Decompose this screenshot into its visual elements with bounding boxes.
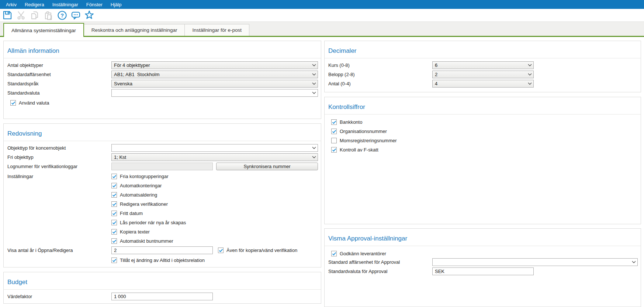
chevron-down-icon: [312, 92, 316, 94]
tillat-ej-andring-checkbox[interactable]: [111, 257, 117, 263]
select-value: 1; Kst: [114, 154, 310, 160]
checkmark-icon: [112, 221, 117, 225]
tab-installningar-for-epost[interactable]: Inställningar för e-post: [184, 24, 249, 36]
select-value: Svenska: [114, 81, 310, 86]
field-label: Antal objekttyper: [7, 62, 111, 68]
anvand-valuta-checkbox[interactable]: [10, 100, 16, 106]
section-title-visma-approval: Visma Approval-inställningar: [325, 229, 641, 246]
field-row: Antal (0-4) 4: [328, 80, 638, 88]
field-row: Belopp (2-8) 2: [328, 71, 638, 78]
automatkonteringar-checkbox[interactable]: [111, 183, 117, 188]
kopiera-texter-checkbox[interactable]: [111, 229, 117, 235]
kontroll-av-f-skatt-checkbox[interactable]: [331, 147, 337, 153]
checkbox-label: Även för kopiera/vänd verifikation: [226, 248, 297, 253]
favorite-button[interactable]: [84, 10, 94, 20]
field-row: Fri objekttyp 1; Kst: [7, 153, 318, 161]
field-label: Antal (0-4): [328, 81, 432, 86]
menu-item-installningar[interactable]: Inställningar: [48, 0, 82, 9]
objekttyp-koncernobjekt-select[interactable]: [111, 144, 318, 152]
save-icon: [3, 10, 12, 20]
field-row: Standardvaluta för Approval: [328, 267, 638, 275]
field-label: Objekttyp för koncernobjekt: [7, 145, 111, 151]
section-title-allman-information: Allmän information: [4, 41, 321, 58]
checkbox-row: Använd valuta: [7, 98, 318, 108]
field-label: Belopp (2-8): [328, 72, 432, 77]
checkbox-row: Bankkonto: [328, 117, 638, 127]
standardvaluta-select[interactable]: [111, 89, 318, 97]
kurs-decimaler-select[interactable]: 6: [432, 61, 534, 69]
fritt-datum-checkbox[interactable]: [111, 211, 117, 216]
chevron-down-icon: [528, 73, 532, 76]
momsregistreringsnummer-checkbox[interactable]: [331, 138, 337, 143]
las-perioder-checkbox[interactable]: [111, 220, 117, 225]
checkmark-icon: [112, 175, 117, 178]
tab-strip: Allmänna systeminställningar Reskontra o…: [0, 22, 644, 37]
panel-visma-approval: Visma Approval-inställningar Godkänn lev…: [324, 228, 641, 307]
field-label: Standardspråk: [7, 81, 111, 86]
chevron-down-icon: [312, 64, 316, 66]
visa-antal-ar-input[interactable]: [111, 246, 213, 254]
standardsprak-select[interactable]: Svenska: [111, 80, 318, 88]
menu-item-arkiv[interactable]: Arkiv: [2, 0, 21, 9]
help-button[interactable]: ?: [57, 10, 67, 20]
checkmark-icon: [112, 259, 117, 262]
fria-kontogrupperingar-checkbox[interactable]: [111, 174, 117, 179]
field-row: Standardvaluta: [7, 89, 318, 97]
checkbox-row: Automatkonteringar: [7, 181, 318, 190]
system-settings-window: Arkiv Redigera Inställningar Fönster Hjä…: [0, 0, 644, 307]
checkbox-label: Fria kontogrupperingar: [120, 174, 169, 179]
field-row: Visa antal år i Öppna/Redigera Även för …: [7, 246, 318, 254]
checkbox-row: Inställningar Fria kontogrupperingar: [7, 172, 318, 181]
save-button[interactable]: [2, 10, 13, 20]
comments-button[interactable]: [70, 10, 81, 20]
section-title-budget: Budget: [4, 272, 321, 290]
checkmark-icon: [112, 230, 117, 234]
menu-item-redigera[interactable]: Redigera: [21, 0, 48, 9]
fri-objekttyp-select[interactable]: 1; Kst: [111, 153, 318, 161]
belopp-decimaler-select[interactable]: 2: [432, 71, 534, 78]
bankkonto-checkbox[interactable]: [331, 119, 337, 125]
vardefaktor-input[interactable]: [111, 293, 213, 300]
menu-item-fonster[interactable]: Fönster: [82, 0, 107, 9]
chevron-down-icon: [312, 73, 316, 76]
toolbar: ?: [0, 9, 644, 22]
field-label: Standard affärsenhet för Approval: [328, 259, 432, 265]
field-row: Antal objekttyper För 4 objekttyper: [7, 61, 318, 69]
help-icon: ?: [57, 10, 67, 20]
chevron-down-icon: [528, 64, 532, 66]
checkbox-label: Kontroll av F-skatt: [340, 147, 378, 153]
standardaffarsenhet-select[interactable]: AB1; AB1 Stockholm: [111, 71, 318, 78]
checkbox-row: Lås perioder när nya år skapas: [7, 218, 318, 227]
antal-objekttyper-select[interactable]: För 4 objekttyper: [111, 61, 318, 69]
standardvaluta-approval-input[interactable]: [432, 267, 534, 275]
checkbox-label: Redigera verifikationer: [120, 201, 168, 207]
standard-affarsenhet-approval-select[interactable]: [432, 258, 638, 266]
redigera-verifikationer-checkbox[interactable]: [111, 201, 117, 207]
select-value: För 4 objekttyper: [114, 62, 310, 68]
automatsaldering-checkbox[interactable]: [111, 192, 117, 198]
tab-allmanna-systeminstallningar[interactable]: Allmänna systeminställningar: [3, 23, 84, 37]
checkbox-row: Fritt datum: [7, 209, 318, 218]
svg-text:?: ?: [60, 12, 63, 18]
chevron-down-icon: [312, 147, 316, 149]
organisationsnummer-checkbox[interactable]: [331, 129, 337, 134]
tab-reskontra-och-anlaggning[interactable]: Reskontra och anläggning inställningar: [84, 24, 185, 36]
field-row: Objekttyp för koncernobjekt: [7, 144, 318, 152]
field-row: Kurs (0-8) 6: [328, 61, 638, 69]
panel-kontrollsiffror: Kontrollsiffror Bankkonto Organisationsn…: [324, 97, 641, 224]
section-title-kontrollsiffror: Kontrollsiffror: [325, 97, 641, 115]
godkann-leverantorer-checkbox[interactable]: [331, 251, 337, 256]
field-row: Standardaffärsenhet AB1; AB1 Stockholm: [7, 71, 318, 78]
field-label: Lognummer för verifikationloggar: [7, 164, 111, 169]
checkbox-label: Kopiera texter: [120, 229, 150, 235]
menu-item-hjalp[interactable]: Hjälp: [107, 0, 126, 9]
lognummer-input: [111, 163, 213, 170]
antal-decimaler-select[interactable]: 4: [432, 80, 534, 88]
automatiskt-buntnummer-checkbox[interactable]: [111, 238, 117, 244]
checkmark-icon: [112, 202, 117, 206]
section-title-decimaler: Decimaler: [325, 41, 641, 58]
synkronisera-nummer-button[interactable]: Synkronisera nummer: [216, 163, 318, 170]
field-label: Fri objekttyp: [7, 154, 111, 160]
aven-for-kopiera-checkbox[interactable]: [218, 248, 224, 253]
panel-redovisning: Redovisning Objekttyp för koncernobjekt …: [3, 123, 321, 267]
